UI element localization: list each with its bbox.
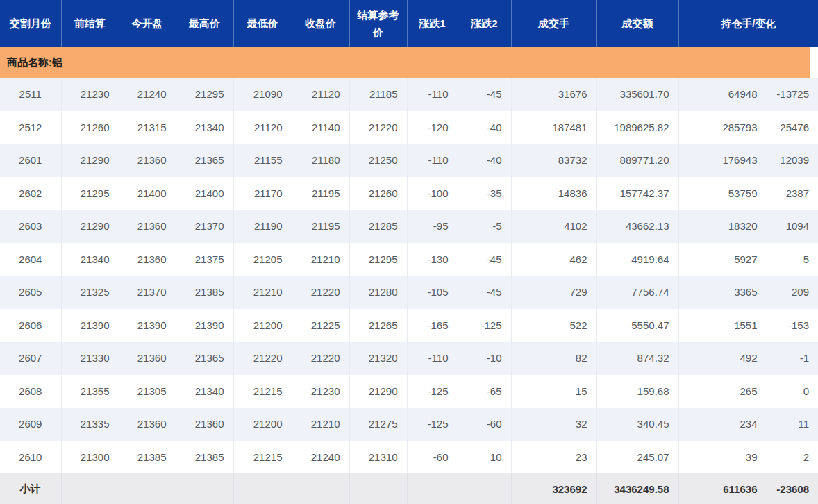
cell-value: 43662.13 [596, 210, 678, 243]
column-header-3: 最高价 [176, 0, 233, 47]
cell-value: -65 [458, 375, 511, 408]
cell-value: 265 [678, 375, 767, 408]
cell-delivery-month: 2610 [0, 441, 61, 474]
cell-value: 31676 [511, 78, 596, 111]
cell-value: 14836 [511, 177, 596, 210]
cell-value: 21200 [233, 408, 292, 441]
table-row: 2607213302136021365212202122021320-110-1… [0, 342, 818, 375]
column-header-2: 今开盘 [119, 0, 176, 47]
cell-value: 21190 [233, 210, 292, 243]
cell-delivery-month: 2602 [0, 177, 61, 210]
cell-value: 21180 [292, 144, 349, 177]
cell-value: 21330 [61, 342, 119, 375]
table-row: 2610213002138521385212152124021310-60102… [0, 441, 818, 474]
commodity-banner-row: 商品名称:铝 [0, 47, 818, 78]
column-header-0: 交割月份 [0, 0, 61, 47]
table-body: 商品名称:铝 251121230212402129521090211202118… [0, 47, 818, 504]
cell-value: -1 [767, 342, 818, 375]
cell-value: 21210 [233, 276, 292, 309]
cell-delivery-month: 2607 [0, 342, 61, 375]
cell-value: -110 [407, 78, 458, 111]
cell-value: 2 [767, 441, 818, 474]
cell-value: 21340 [176, 111, 233, 144]
subtotal-value [458, 473, 511, 504]
cell-value: 159.68 [596, 375, 678, 408]
cell-value: -125 [407, 375, 458, 408]
subtotal-label: 小计 [0, 473, 61, 504]
cell-value: 39 [678, 441, 767, 474]
futures-quotes-table: 交割月份前结算今开盘最高价最低价收盘价结算参考价涨跌1涨跌2成交手成交额持仓手/… [0, 0, 818, 504]
cell-value: 21375 [176, 243, 233, 276]
cell-delivery-month: 2604 [0, 243, 61, 276]
subtotal-value: 611636 [678, 473, 767, 504]
table-row: 2606213902139021390212002122521265-165-1… [0, 309, 818, 342]
cell-value: 21360 [119, 243, 176, 276]
cell-value: 21260 [349, 177, 407, 210]
cell-value: 21195 [292, 177, 349, 210]
subtotal-value [292, 473, 349, 504]
cell-delivery-month: 2512 [0, 111, 61, 144]
cell-value: 21210 [292, 408, 349, 441]
cell-value: 4919.64 [596, 243, 678, 276]
table-row: 2605213252137021385212102122021280-105-4… [0, 276, 818, 309]
cell-value: -45 [458, 276, 511, 309]
cell-value: 7756.74 [596, 276, 678, 309]
cell-value: 21385 [176, 276, 233, 309]
column-header-8: 涨跌2 [458, 0, 511, 47]
cell-value: 21360 [119, 144, 176, 177]
cell-value: 21195 [292, 210, 349, 243]
cell-value: 53759 [678, 177, 767, 210]
column-header-11: 持仓手/变化 [678, 0, 818, 47]
cell-value: 10 [458, 441, 511, 474]
cell-value: 83732 [511, 144, 596, 177]
column-header-7: 涨跌1 [407, 0, 458, 47]
cell-value: 335601.70 [596, 78, 678, 111]
subtotal-value [119, 473, 176, 504]
cell-value: 21215 [233, 441, 292, 474]
cell-value: 21295 [349, 243, 407, 276]
cell-value: 21225 [292, 309, 349, 342]
cell-value: 21365 [176, 342, 233, 375]
cell-value: 462 [511, 243, 596, 276]
subtotal-value: 3436249.58 [596, 473, 678, 504]
cell-value: -60 [458, 408, 511, 441]
cell-value: 21340 [176, 375, 233, 408]
cell-value: 21385 [119, 441, 176, 474]
cell-value: 187481 [511, 111, 596, 144]
cell-delivery-month: 2608 [0, 375, 61, 408]
cell-value: 21155 [233, 144, 292, 177]
cell-value: -95 [407, 210, 458, 243]
cell-value: -10 [458, 342, 511, 375]
cell-value: 1989625.82 [596, 111, 678, 144]
cell-value: 21230 [61, 78, 119, 111]
cell-value: 21120 [292, 78, 349, 111]
cell-value: -45 [458, 243, 511, 276]
cell-value: 209 [767, 276, 818, 309]
cell-value: 21390 [61, 309, 119, 342]
cell-value: -153 [767, 309, 818, 342]
cell-value: 245.07 [596, 441, 678, 474]
cell-value: 522 [511, 309, 596, 342]
table-row: 2602212952140021400211702119521260-100-3… [0, 177, 818, 210]
cell-value: 21295 [61, 177, 119, 210]
cell-value: -5 [458, 210, 511, 243]
cell-value: 21205 [233, 243, 292, 276]
cell-delivery-month: 2603 [0, 210, 61, 243]
table-row: 2608213552130521340212152123021290-125-6… [0, 375, 818, 408]
cell-value: 21240 [292, 441, 349, 474]
table-row: 2511212302124021295210902112021185-110-4… [0, 78, 818, 111]
cell-value: 21290 [349, 375, 407, 408]
cell-value: 21285 [349, 210, 407, 243]
cell-value: 21335 [61, 408, 119, 441]
cell-value: 21260 [61, 111, 119, 144]
cell-value: 21090 [233, 78, 292, 111]
cell-value: -40 [458, 111, 511, 144]
cell-value: 21275 [349, 408, 407, 441]
cell-value: 889771.20 [596, 144, 678, 177]
cell-value: 176943 [678, 144, 767, 177]
cell-delivery-month: 2606 [0, 309, 61, 342]
cell-value: -110 [407, 342, 458, 375]
subtotal-value [176, 473, 233, 504]
cell-value: 157742.37 [596, 177, 678, 210]
cell-value: 5 [767, 243, 818, 276]
